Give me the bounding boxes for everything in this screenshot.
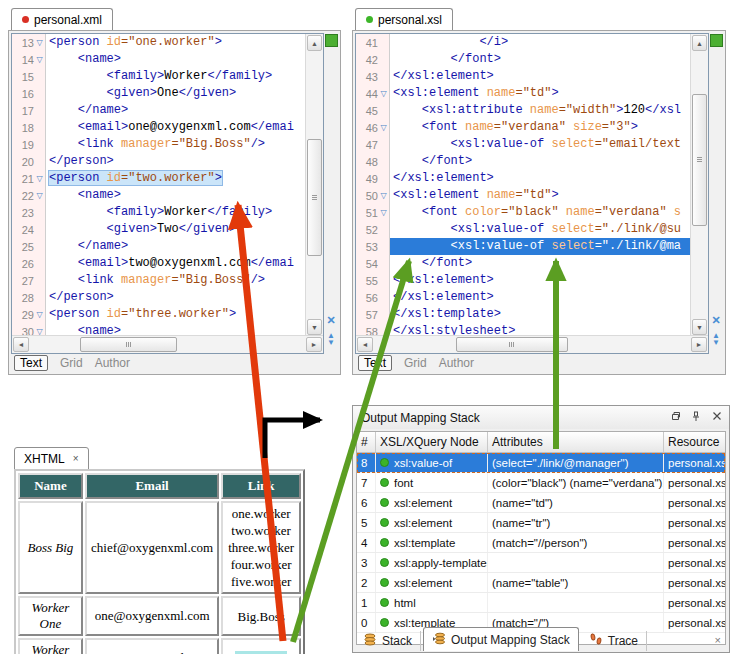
stack-row[interactable]: 5xsl:element(name="tr")personal.xsl (357, 513, 725, 533)
clear-markers-icon[interactable]: ✕ (323, 314, 339, 326)
xml-vertical-scrollbar[interactable]: ▲ ▼ (305, 34, 323, 336)
code-line[interactable]: </font> (390, 255, 691, 272)
close-icon[interactable] (711, 410, 723, 422)
code-line[interactable]: <xsl:value-of select="./link/@ma (390, 238, 691, 255)
code-line[interactable]: <xsl:element name="td"> (390, 85, 691, 102)
pin-icon[interactable] (690, 410, 702, 422)
close-icon[interactable]: × (715, 634, 721, 646)
stack-row[interactable]: 7font(color="black") (name="verdana")...… (357, 473, 725, 493)
stack-row[interactable]: 3xsl:apply-templatespersonal.xsl (357, 553, 725, 573)
code-line[interactable]: <font color="black" name="verdana" s (390, 204, 691, 221)
stack-row[interactable]: 6xsl:element(name="td")personal.xsl (357, 493, 725, 513)
code-line[interactable]: </person> (46, 289, 306, 306)
scrollbar-thumb[interactable] (456, 337, 568, 352)
xsl-horizontal-scrollbar[interactable]: ◄ ► (356, 335, 708, 353)
xml-code-area[interactable]: <person id="one.worker"> <name> <family>… (46, 34, 306, 336)
code-line[interactable]: <name> (46, 51, 306, 68)
code-line[interactable]: </xsl:element> (390, 170, 691, 187)
code-line[interactable]: <xsl:attribute name="width">120</xsl (390, 102, 691, 119)
view-tab-trace[interactable]: Trace (581, 631, 647, 651)
column-header[interactable]: Resource (664, 432, 725, 452)
fold-toggle-icon[interactable]: ▽ (34, 170, 45, 187)
scroll-down-icon[interactable]: ▼ (692, 319, 707, 335)
fold-toggle-icon[interactable]: ▽ (378, 187, 389, 204)
code-line[interactable]: </xsl:element> (390, 68, 691, 85)
code-line[interactable]: <name> (46, 187, 306, 204)
editor-mode-tab-author[interactable]: Author (439, 356, 474, 370)
code-line[interactable]: </name> (46, 102, 306, 119)
code-line[interactable]: </xsl:element> (390, 272, 691, 289)
code-line[interactable]: <family>Worker</family> (46, 204, 306, 221)
tab-personal-xsl[interactable]: personal.xsl (355, 8, 453, 30)
xsl-vertical-scrollbar[interactable]: ▲ ▼ (690, 34, 708, 336)
fold-toggle-icon[interactable]: ▽ (378, 119, 389, 136)
editor-mode-tab-grid[interactable]: Grid (404, 356, 427, 370)
code-line[interactable]: </font> (390, 153, 691, 170)
code-line[interactable]: <link manager="Big.Boss"/> (46, 136, 306, 153)
code-line[interactable]: </xsl:element> (390, 289, 691, 306)
code-line[interactable]: </i> (390, 34, 691, 51)
code-line[interactable]: <given>One</given> (46, 85, 306, 102)
column-header[interactable]: XSL/XQuery Node (376, 432, 488, 452)
fold-toggle-icon[interactable]: ▽ (378, 85, 389, 102)
code-line[interactable]: <person id="one.worker"> (46, 34, 306, 51)
code-line[interactable]: </person> (46, 153, 306, 170)
code-line[interactable]: <xsl:element name="td"> (390, 187, 691, 204)
column-header[interactable]: # (357, 432, 376, 452)
panel-titlebar[interactable]: Output Mapping Stack (353, 406, 729, 429)
restore-icon[interactable] (669, 410, 681, 422)
code-line[interactable]: <email>one@oxygenxml.com</emai (46, 119, 306, 136)
scroll-down-icon[interactable]: ▼ (307, 319, 322, 335)
fold-toggle-icon[interactable]: ▽ (34, 51, 45, 68)
scroll-up-icon[interactable]: ▲ (692, 35, 707, 51)
stack-row[interactable]: 8xsl:value-of(select="./link/@manager")p… (357, 453, 725, 473)
code-line[interactable]: <person id="three.worker"> (46, 306, 306, 323)
view-tab-stack[interactable]: Stack (355, 631, 421, 651)
code-line[interactable]: <font name="verdana" size="3"> (390, 119, 691, 136)
fold-toggle-icon[interactable]: ▽ (378, 204, 389, 221)
view-tab-output-mapping-stack[interactable]: Output Mapping Stack (423, 627, 579, 651)
scroll-left-icon[interactable]: ◄ (13, 337, 29, 352)
close-icon[interactable]: × (73, 453, 79, 464)
selected-element-highlight: <person id="two.worker"> (49, 171, 222, 185)
column-header[interactable]: Attributes (488, 432, 664, 452)
navigate-markers-icon[interactable]: ▲▼ (323, 332, 339, 346)
scroll-up-icon[interactable]: ▲ (307, 35, 322, 51)
stack-row[interactable]: 1htmlpersonal.xsl (357, 593, 725, 613)
scrollbar-thumb[interactable] (307, 139, 322, 256)
node-name: xsl:apply-templates (394, 557, 488, 569)
editor-mode-tab-text[interactable]: Text (14, 355, 48, 371)
editor-mode-tab-author[interactable]: Author (95, 356, 130, 370)
xml-horizontal-scrollbar[interactable]: ◄ ► (12, 335, 323, 353)
fold-toggle-icon[interactable]: ▽ (34, 187, 45, 204)
code-line[interactable]: </font> (390, 51, 691, 68)
scrollbar-thumb[interactable] (692, 94, 707, 226)
tab-xhtml-preview[interactable]: XHTML × (14, 447, 89, 470)
navigate-markers-icon[interactable]: ▲▼ (708, 332, 724, 346)
stack-row[interactable]: 2xsl:element(name="table")personal.xsl (357, 573, 725, 593)
clear-markers-icon[interactable]: ✕ (708, 314, 724, 326)
fold-toggle-icon[interactable]: ▽ (34, 306, 45, 323)
code-line[interactable]: <given>Two</given> (46, 221, 306, 238)
code-line[interactable]: <email>two@oxygenxml.com</emai (46, 255, 306, 272)
code-token: <email> (49, 256, 128, 270)
stack-row[interactable]: 4xsl:template(match="//person")personal.… (357, 533, 725, 553)
fold-toggle-icon[interactable]: ▽ (34, 34, 45, 51)
scrollbar-thumb[interactable] (80, 337, 177, 352)
code-line[interactable]: </xsl:template> (390, 306, 691, 323)
scroll-left-icon[interactable]: ◄ (357, 337, 373, 352)
editor-mode-tab-text[interactable]: Text (358, 355, 392, 371)
code-line[interactable]: <link manager="Big.Boss"/> (46, 272, 306, 289)
code-line[interactable]: <xsl:value-of select="./link/@su (390, 221, 691, 238)
code-line[interactable]: <xsl:value-of select="email/text (390, 136, 691, 153)
code-line[interactable]: <person id="two.worker"> (46, 170, 306, 187)
xsl-code-area[interactable]: </i> </font></xsl:element><xsl:element n… (390, 34, 691, 336)
tab-personal-xml[interactable]: personal.xml (11, 8, 113, 30)
code-line[interactable]: </name> (46, 238, 306, 255)
code-token: <font (393, 120, 465, 134)
code-line[interactable]: <family>Worker</family> (46, 68, 306, 85)
editor-mode-tab-grid[interactable]: Grid (60, 356, 83, 370)
scroll-right-icon[interactable]: ► (691, 337, 707, 352)
code-token: /> (251, 137, 265, 151)
scroll-right-icon[interactable]: ► (306, 337, 322, 352)
